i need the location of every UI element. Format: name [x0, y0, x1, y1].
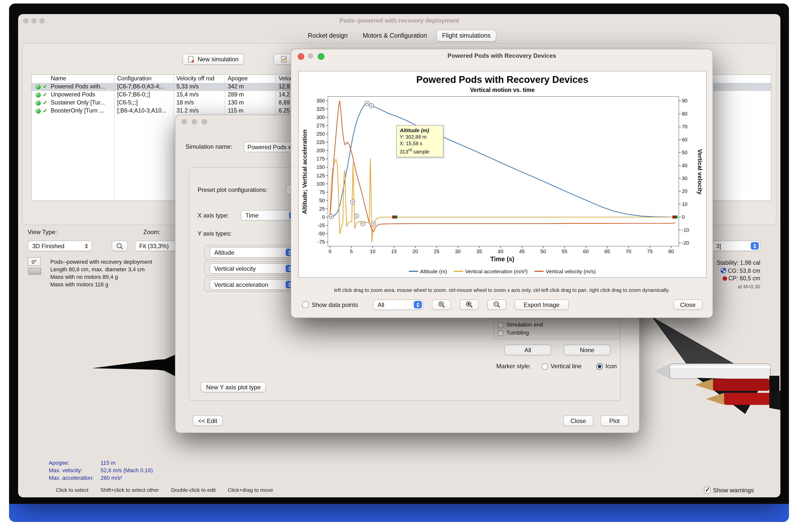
row-apogee: 289 m: [228, 91, 244, 97]
zoom-button[interactable]: [202, 119, 207, 125]
col-configuration[interactable]: Configuration: [117, 75, 151, 81]
edit-simulation-icon: [281, 56, 288, 63]
zoom-reset-button[interactable]: [459, 299, 479, 310]
svg-text:0: 0: [329, 249, 331, 254]
svg-text:200: 200: [316, 148, 325, 153]
svg-text:40: 40: [682, 163, 687, 168]
row-configuration: [C6-5;;;]: [117, 99, 138, 106]
row-velocity: 15,4 m/s: [177, 91, 199, 97]
status-ok-icon: [36, 92, 41, 97]
zoom-tool-button[interactable]: [112, 241, 128, 251]
zoom-out-icon: [493, 301, 501, 308]
status-ok-icon: [36, 109, 41, 114]
hint-click-select: Click to select: [56, 487, 89, 493]
row-name: Sustainer Only [Tur...: [51, 99, 105, 106]
events-filter-select[interactable]: All: [373, 299, 423, 310]
event-checkbox[interactable]: [498, 330, 503, 336]
svg-text:350: 350: [316, 98, 325, 103]
x-axis-select[interactable]: Time: [241, 210, 299, 221]
flight-config-select[interactable]: 3]: [711, 241, 760, 251]
svg-text:-50: -50: [318, 231, 325, 236]
minimize-button[interactable]: [192, 119, 197, 125]
plot-button[interactable]: Plot: [600, 415, 629, 426]
svg-text:30: 30: [455, 249, 460, 254]
row-apogee: 342 m: [228, 83, 244, 90]
show-warnings-label: Show warnings: [713, 487, 754, 494]
close-plot-button[interactable]: Close: [673, 299, 703, 310]
col-velocity-off-rod[interactable]: Velocity off rod: [177, 75, 214, 81]
svg-text:20: 20: [682, 188, 687, 194]
zoom-out-button[interactable]: [487, 299, 506, 310]
chart-plot-area[interactable]: 05101520253035404550556065707580-75-50-2…: [299, 71, 707, 278]
preset-label: Preset plot configurations:: [198, 186, 268, 193]
close-button[interactable]: [182, 119, 187, 125]
view-type-select[interactable]: 3D Finished: [28, 241, 92, 251]
y-axis-type-select[interactable]: Vertical acceleration: [210, 279, 295, 290]
close-dialog-button[interactable]: Close: [563, 415, 593, 426]
svg-text:125: 125: [316, 173, 325, 178]
svg-text:70: 70: [626, 249, 631, 254]
rotation-indicator: 0°: [28, 257, 41, 266]
event-checkbox[interactable]: [498, 323, 503, 328]
tab-rocket-design[interactable]: Rocket design: [302, 30, 353, 42]
max-velocity-value: 52,6 m/s (Mach 0,16): [101, 467, 153, 474]
event-label: Tumbling: [506, 329, 529, 336]
flight-config-value: 3]: [716, 242, 721, 249]
svg-text:-75: -75: [318, 239, 325, 245]
cg-icon: [721, 267, 726, 273]
svg-text:35: 35: [476, 249, 482, 254]
export-image-button[interactable]: Export Image: [514, 299, 569, 310]
edit-back-button[interactable]: << Edit: [193, 415, 223, 426]
new-simulation-button[interactable]: New simulation: [183, 54, 244, 65]
svg-text:60: 60: [583, 249, 588, 254]
stability-info: Stability: 1,98 cal CG: 53,8 cm CP: 60,5…: [717, 259, 760, 290]
rocket-3d-render[interactable]: [638, 316, 781, 416]
row-velocity-deploy: 6.25: [278, 108, 290, 114]
svg-text:65: 65: [604, 249, 610, 254]
chevron-up-down-icon: [83, 242, 91, 250]
marker-vertical-line-radio[interactable]: [542, 363, 548, 370]
show-warnings-checkbox[interactable]: [704, 487, 710, 493]
chart-panel: Powered Pods with Recovery Devices Verti…: [298, 71, 706, 278]
y-axis-type-select[interactable]: Vertical velocity: [210, 263, 295, 274]
cg-line: CG: 53,8 cm: [717, 267, 760, 275]
tooltip-series: Altitude (m): [400, 127, 440, 134]
cp-line: CP: 60,5 cm: [717, 275, 760, 283]
legend-swatch-icon: [454, 271, 463, 272]
hint-double-click: Double-click to edit: [171, 487, 216, 493]
svg-text:50: 50: [540, 249, 546, 254]
svg-text:-25: -25: [318, 223, 325, 228]
tab-motors-configuration[interactable]: Motors & Configuration: [357, 30, 433, 42]
svg-text:100: 100: [316, 181, 325, 187]
show-data-points-label: Show data points: [312, 301, 358, 308]
events-all-button[interactable]: All: [504, 345, 551, 355]
zoom-in-button[interactable]: [432, 299, 451, 310]
plot-dialog: Powered Pods with Recovery Devices Power…: [291, 49, 713, 318]
col-name[interactable]: Name: [51, 75, 66, 81]
events-none-button[interactable]: None: [564, 345, 611, 355]
y-axis-type-select[interactable]: Altitude: [210, 247, 295, 258]
row-velocity: 5,33 m/s: [177, 83, 199, 90]
y-axis-type-value: Vertical velocity: [214, 265, 256, 272]
screen: Pods--powered with recovery deployment R…: [0, 0, 798, 532]
rotation-slider[interactable]: [28, 268, 41, 275]
new-y-axis-button[interactable]: New Y axis plot type: [201, 382, 266, 392]
show-data-points-checkbox[interactable]: [302, 301, 309, 308]
rocket-mass-empty: Mass with no motors 89,4 g: [50, 273, 152, 281]
mach-condition: at M=0,30: [717, 283, 760, 290]
svg-text:50: 50: [319, 198, 325, 203]
svg-text:90: 90: [682, 98, 687, 103]
marker-vertical-line-label: Vertical line: [550, 363, 582, 370]
row-velocity: 31.2 m/s: [177, 108, 199, 114]
svg-text:0: 0: [682, 214, 685, 220]
cg-value: CG: 53,8 cm: [728, 267, 760, 273]
events-filter-value: All: [378, 301, 384, 308]
tab-flight-simulations[interactable]: Flight simulations: [436, 30, 496, 42]
col-apogee[interactable]: Apogee: [228, 75, 248, 81]
cp-icon: [722, 276, 727, 281]
right-axis-title: Vertical velocity: [696, 96, 704, 247]
marker-icon-radio[interactable]: [596, 363, 603, 370]
view-type-label: View Type:: [28, 229, 57, 235]
svg-text:50: 50: [682, 150, 687, 155]
row-configuration: [;B6-4;A10-3;A10...: [117, 108, 166, 114]
